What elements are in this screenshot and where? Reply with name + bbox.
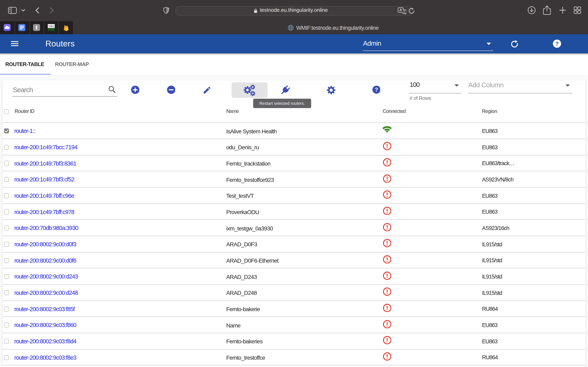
svg-text:A: A <box>399 8 402 12</box>
svg-text:?: ? <box>375 87 378 93</box>
svg-text:文: 文 <box>403 10 406 13</box>
svg-text:USDA: USDA <box>49 25 54 27</box>
svg-text:?: ? <box>555 41 559 47</box>
